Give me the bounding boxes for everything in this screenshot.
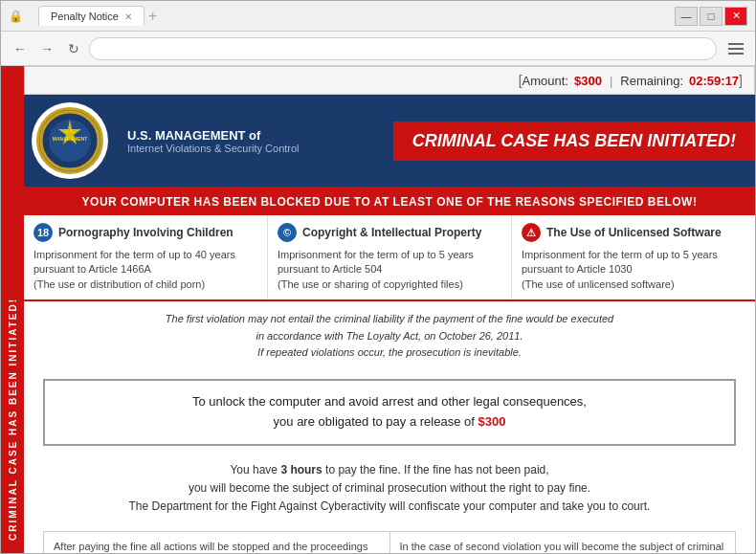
reason-text-unlicensed: Imprisonment for the term of up to 5 yea… [522,248,745,292]
forward-button[interactable]: → [35,37,58,60]
warning-section: You have 3 hours to pay the fine. If the… [24,454,755,524]
info-boxes: After paying the fine all actions will b… [43,531,736,553]
org-sub: Internet Violations & Security Control [127,143,382,154]
blocked-bar: YOUR COMPUTER HAS BEEN BLOCKED DUE TO AT… [24,187,755,215]
minimize-button[interactable]: — [675,7,698,26]
reason-icon-unlicensed: ⚠ [522,223,541,242]
tab-title: Penalty Notice [51,11,119,22]
unlock-section: To unlock the computer and avoid arrest … [43,379,736,446]
reason-unlicensed: ⚠ The Use of Unlicensed Software Impriso… [512,215,755,299]
italic-notice: The first violation may not entail the c… [24,301,755,371]
reason-pornography: 18 Pornography Involving Children Impris… [24,215,268,299]
alert-text: CRIMINAL CASE HAS BEEN INITIATED! [412,131,736,151]
address-bar[interactable] [89,37,717,60]
maximize-button[interactable]: □ [700,7,723,26]
close-button[interactable]: ✕ [724,7,747,26]
browser-window: 🔒 Penalty Notice ✕ + — □ ✕ ← → ↻ CRIMINA… [0,0,756,554]
side-banner: CRIMINAL CASE HAS BEEN INITIATED! [1,66,24,553]
info-box-1: After paying the fine all actions will b… [44,532,390,553]
reason-title-pornography: Pornography Involving Children [58,226,233,239]
org-logo: U.S. MANAGEMENT [32,102,108,179]
menu-button[interactable] [724,37,747,60]
back-button[interactable]: ← [9,37,32,60]
page-inner: CRIMINAL CASE HAS BEEN INITIATED! [ Amou… [1,66,755,553]
dhs-seal-svg: U.S. MANAGEMENT [39,110,100,171]
refresh-button[interactable]: ↻ [62,37,85,60]
reason-title-unlicensed: The Use of Unlicensed Software [546,226,722,239]
org-name: U.S. MANAGEMENT of [127,128,382,143]
unlock-amount: $300 [478,414,506,429]
tab-close-icon[interactable]: ✕ [124,11,132,22]
blocked-text: YOUR COMPUTER HAS BEEN BLOCKED DUE TO AT… [82,195,698,209]
window-controls: — □ ✕ [675,7,747,26]
amount-label: Amount: [523,74,568,88]
remaining-value: 02:59:17 [689,74,739,88]
reason-copyright: © Copyright & Intellectual Property Impr… [268,215,512,299]
reason-icon-pornography: 18 [33,223,53,242]
browser-tab[interactable]: Penalty Notice ✕ [38,6,145,26]
header: U.S. MANAGEMENT U.S. MANAGEMENT of Inter… [24,95,755,187]
reason-text-copyright: Imprisonment for the term of up to 5 yea… [278,248,501,292]
header-title: U.S. MANAGEMENT of Internet Violations &… [116,119,393,164]
new-tab-icon[interactable]: + [148,8,157,25]
reason-icon-copyright: © [278,223,297,242]
header-alert: CRIMINAL CASE HAS BEEN INITIATED! [393,122,755,161]
unlock-text: To unlock the computer and avoid arrest … [60,392,719,432]
page-content: CRIMINAL CASE HAS BEEN INITIATED! [ Amou… [1,66,755,553]
reasons-section: 18 Pornography Involving Children Impris… [24,215,755,301]
main-content: [ Amount: $300 | Remaining: 02:59:17 ] [24,66,755,553]
remaining-label: Remaining: [620,74,683,88]
browser-titlebar: 🔒 Penalty Notice ✕ + — □ ✕ [1,1,755,32]
side-banner-text: CRIMINAL CASE HAS BEEN INITIATED! [8,298,18,541]
info-box-2: In the case of second violation you will… [390,532,736,553]
reason-title-copyright: Copyright & Intellectual Property [302,226,481,239]
browser-toolbar: ← → ↻ [1,32,755,66]
italic-notice-text: The first violation may not entail the c… [43,311,736,362]
warning-text: You have 3 hours to pay the fine. If the… [43,461,736,517]
logo-inner: U.S. MANAGEMENT [36,107,103,174]
top-bar: [ Amount: $300 | Remaining: 02:59:17 ] [24,66,755,95]
browser-icon: 🔒 [9,10,23,23]
amount-value: $300 [574,74,602,88]
hours-emphasis: 3 hours [280,463,322,476]
reason-text-pornography: Imprisonment for the term of up to 40 ye… [33,248,257,292]
